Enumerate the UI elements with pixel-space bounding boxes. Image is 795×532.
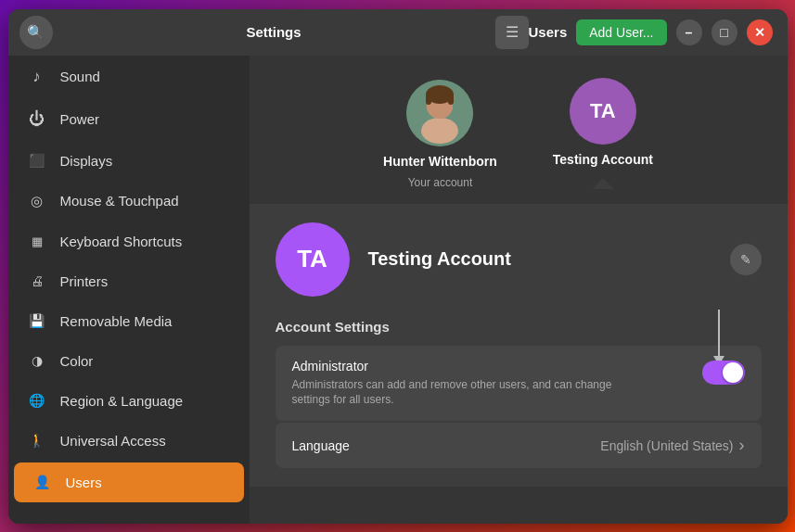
- administrator-toggle[interactable]: [702, 361, 745, 385]
- window-title: Settings: [53, 24, 495, 40]
- sidebar-item-label: Removable Media: [60, 313, 173, 329]
- account-settings-title: Account Settings: [276, 319, 762, 335]
- power-icon: ⏻: [27, 110, 47, 129]
- region-icon: 🌐: [27, 393, 47, 408]
- user-card-hunter[interactable]: Hunter Wittenborn Your account: [383, 80, 497, 189]
- detail-account-name: Testing Account: [368, 248, 712, 270]
- svg-rect-6: [448, 94, 454, 105]
- sidebar-item-color[interactable]: ◑ Color: [8, 341, 250, 381]
- access-icon: 🚶: [27, 433, 47, 448]
- hunter-avatar-image: [406, 80, 473, 146]
- hunter-subtitle: Your account: [408, 176, 473, 189]
- edit-button[interactable]: ✎: [730, 244, 762, 275]
- sidebar-item-mouse[interactable]: ◎ Mouse & Touchpad: [8, 181, 250, 222]
- user-detail-header: TA Testing Account ✎: [276, 222, 762, 297]
- removable-icon: 💾: [27, 313, 47, 328]
- settings-window: 🔍 Settings ☰ Users Add User... – □ ✕ ♪ S…: [8, 9, 788, 524]
- svg-point-2: [421, 118, 458, 144]
- detail-avatar: TA: [276, 222, 350, 297]
- sidebar-item-label: Sound: [60, 69, 100, 84]
- users-list: Hunter Wittenborn Your account TA Testin…: [250, 56, 788, 204]
- user-card-testing[interactable]: TA Testing Account: [553, 78, 653, 189]
- arrow-line: [718, 310, 720, 356]
- section-title: Users: [529, 24, 568, 40]
- administrator-label: Administrator: [292, 359, 645, 374]
- administrator-text: Administrator Administrators can add and…: [292, 359, 645, 409]
- add-user-button[interactable]: Add User...: [576, 19, 666, 45]
- search-button[interactable]: 🔍: [19, 16, 53, 49]
- user-detail-panel: TA Testing Account ✎ Account Settings: [250, 204, 788, 488]
- sidebar-item-label: Displays: [60, 153, 113, 169]
- administrator-row-inner: Administrator Administrators can add and…: [292, 359, 745, 409]
- sidebar: ♪ Sound ⏻ Power ⬛ Displays ◎ Mouse & Tou…: [8, 56, 250, 524]
- printers-icon: 🖨: [27, 273, 47, 288]
- hunter-name: Hunter Wittenborn: [383, 154, 497, 169]
- administrator-toggle-container: [702, 359, 745, 385]
- maximize-button[interactable]: □: [712, 19, 737, 45]
- displays-icon: ⬛: [27, 153, 47, 168]
- search-icon: 🔍: [27, 24, 45, 41]
- avatar-hunter: [406, 80, 473, 146]
- close-button[interactable]: ✕: [747, 19, 773, 45]
- menu-button[interactable]: ☰: [495, 16, 529, 49]
- sidebar-item-users[interactable]: 👤 Users: [14, 462, 244, 502]
- sidebar-item-label: Mouse & Touchpad: [60, 193, 179, 209]
- testing-name: Testing Account: [553, 152, 653, 167]
- sidebar-item-sound[interactable]: ♪ Sound: [8, 56, 250, 98]
- avatar-testing: TA: [570, 78, 636, 145]
- titlebar: 🔍 Settings ☰ Users Add User... – □ ✕: [8, 9, 788, 56]
- language-row[interactable]: Language English (United States) ›: [276, 423, 762, 468]
- mouse-icon: ◎: [27, 193, 47, 209]
- menu-icon: ☰: [506, 23, 519, 41]
- sidebar-item-region[interactable]: 🌐 Region & Language: [8, 381, 250, 421]
- sidebar-item-access[interactable]: 🚶 Universal Access: [8, 421, 250, 461]
- sidebar-item-label: Power: [60, 111, 100, 127]
- sidebar-item-label: Color: [60, 353, 94, 369]
- sidebar-item-label: Keyboard Shortcuts: [60, 234, 183, 249]
- sidebar-item-label: Printers: [60, 273, 109, 289]
- users-icon: 👤: [32, 475, 53, 489]
- color-icon: ◑: [27, 353, 47, 368]
- keyboard-icon: ▦: [27, 234, 47, 248]
- toggle-knob: [723, 362, 743, 383]
- content-area: ♪ Sound ⏻ Power ⬛ Displays ◎ Mouse & Tou…: [8, 56, 788, 524]
- sidebar-item-label: Universal Access: [60, 433, 166, 449]
- minimize-button[interactable]: –: [676, 19, 702, 45]
- language-label: Language: [292, 438, 350, 453]
- language-value: English (United States) ›: [600, 436, 744, 455]
- sidebar-item-printers[interactable]: 🖨 Printers: [8, 261, 250, 301]
- sidebar-item-label: Users: [66, 475, 102, 490]
- sound-icon: ♪: [27, 68, 47, 86]
- administrator-row: Administrator Administrators can add and…: [276, 346, 762, 422]
- sidebar-item-displays[interactable]: ⬛ Displays: [8, 141, 250, 181]
- svg-rect-5: [426, 94, 431, 105]
- chevron-right-icon: ›: [739, 436, 745, 455]
- sidebar-item-label: Region & Language: [60, 393, 184, 409]
- edit-icon: ✎: [740, 252, 751, 267]
- sidebar-item-keyboard[interactable]: ▦ Keyboard Shortcuts: [8, 222, 250, 261]
- sidebar-item-removable[interactable]: 💾 Removable Media: [8, 301, 250, 341]
- administrator-description: Administrators can add and remove other …: [292, 377, 645, 409]
- titlebar-right: Users Add User... – □ ✕: [529, 19, 776, 45]
- language-current: English (United States): [600, 438, 733, 453]
- selected-indicator: [592, 178, 614, 189]
- main-content: Hunter Wittenborn Your account TA Testin…: [250, 56, 788, 524]
- sidebar-item-power[interactable]: ⏻ Power: [8, 98, 250, 141]
- arrow-annotation: [713, 310, 724, 365]
